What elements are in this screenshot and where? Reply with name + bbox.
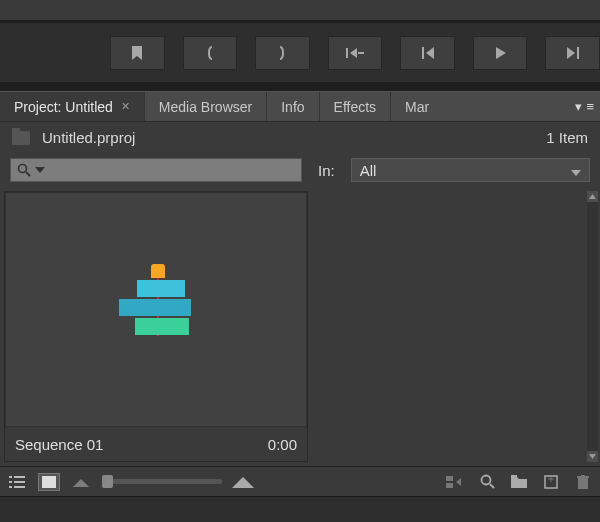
zoom-in-icon[interactable] [232,473,254,491]
tab-label: Media Browser [159,99,252,115]
svg-rect-19 [578,478,588,489]
svg-rect-3 [577,47,579,59]
scroll-up-icon[interactable] [587,191,598,202]
prev-frame-button[interactable] [400,36,455,70]
chevron-down-icon [571,162,581,179]
zoom-slider[interactable] [102,479,222,484]
svg-rect-21 [581,475,585,476]
project-content: Sequence 01 0:00 [0,187,600,466]
next-frame-button[interactable] [545,36,600,70]
automate-to-sequence-button[interactable] [444,473,466,491]
in-label: In: [318,162,335,179]
svg-line-16 [490,484,494,488]
svg-rect-20 [577,476,589,478]
svg-rect-7 [9,481,12,483]
marker-button[interactable] [110,36,165,70]
project-file-name: Untitled.prproj [42,129,135,146]
play-button[interactable] [473,36,528,70]
bottom-toolbar [0,466,600,496]
svg-rect-2 [422,47,424,59]
playhead-icon [151,264,165,278]
new-item-button[interactable] [540,473,562,491]
tab-project[interactable]: Project: Untitled ✕ [0,92,145,121]
filter-value: All [360,162,377,179]
item-duration: 0:00 [268,436,297,453]
transport-toolbar [0,23,600,91]
svg-rect-10 [14,481,25,483]
panel-tabs: Project: Untitled ✕ Media Browser Info E… [0,91,600,121]
zoom-slider-knob[interactable] [102,475,113,488]
tabs-overflow-icon[interactable]: ▾ [575,99,582,114]
vertical-scrollbar[interactable] [587,191,598,462]
folder-icon [12,131,30,145]
tab-label: Project: Untitled [14,99,113,115]
tab-label: Info [281,99,304,115]
new-bin-button[interactable] [508,473,530,491]
item-thumbnail[interactable]: Sequence 01 0:00 [4,191,308,462]
svg-rect-6 [9,476,12,478]
svg-rect-9 [14,476,25,478]
tab-effects[interactable]: Effects [320,92,392,121]
go-to-out-button[interactable] [255,36,310,70]
zoom-out-icon[interactable] [70,473,92,491]
panel-menu-icon[interactable]: ≡ [586,99,594,114]
tab-markers[interactable]: Mar [391,92,443,121]
item-label-row: Sequence 01 0:00 [5,427,307,461]
list-view-button[interactable] [6,473,28,491]
search-row: In: All [0,153,600,187]
svg-point-4 [19,165,27,173]
svg-rect-0 [346,48,348,58]
svg-rect-12 [42,476,56,488]
svg-rect-17 [511,475,517,477]
svg-rect-14 [446,483,453,488]
search-input[interactable] [10,158,302,182]
tab-info[interactable]: Info [267,92,319,121]
tab-label: Mar [405,99,429,115]
find-button[interactable] [476,473,498,491]
step-back-button[interactable] [328,36,383,70]
close-icon[interactable]: ✕ [121,100,130,113]
svg-point-15 [481,476,490,485]
tab-media-browser[interactable]: Media Browser [145,92,267,121]
scroll-down-icon[interactable] [587,451,598,462]
upper-strip [0,0,600,23]
filter-select[interactable]: All [351,158,590,182]
svg-line-5 [26,172,30,176]
svg-rect-1 [358,52,364,54]
icon-view-button[interactable] [38,473,60,491]
svg-rect-11 [14,486,25,488]
footer-gap [0,496,600,522]
tab-label: Effects [334,99,377,115]
sequence-icon [5,192,307,427]
item-name: Sequence 01 [15,436,103,453]
delete-button[interactable] [572,473,594,491]
empty-area [312,187,600,466]
search-dropdown-icon[interactable] [35,167,45,173]
project-header: Untitled.prproj 1 Item [0,121,600,153]
item-count: 1 Item [546,129,588,146]
go-to-in-button[interactable] [183,36,238,70]
search-icon [17,163,31,177]
svg-rect-13 [446,476,453,481]
svg-rect-8 [9,486,12,488]
